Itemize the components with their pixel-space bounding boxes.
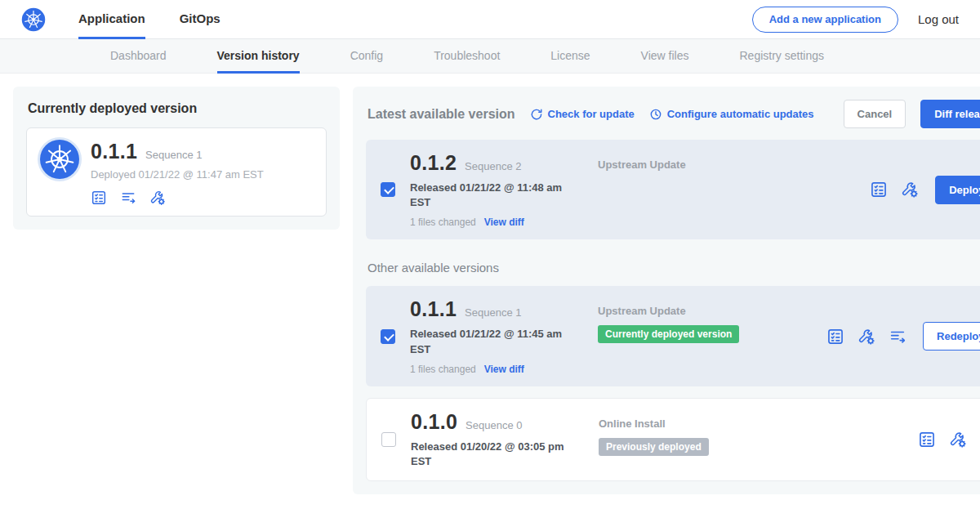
version-source: Online Install Previously deployed	[599, 410, 903, 469]
topnav-right: Add a new application Log out	[752, 7, 959, 33]
configure-automatic-updates-label: Configure automatic updates	[667, 108, 814, 120]
edit-config-icon[interactable]	[858, 328, 875, 346]
logout-link[interactable]: Log out	[918, 12, 959, 26]
top-navbar: Application GitOps Add a new application…	[0, 0, 980, 39]
main-content: Currently deployed version	[0, 74, 980, 507]
sequence-label: Sequence 2	[465, 160, 521, 172]
released-timestamp: Released 01/21/22 @ 11:45 am EST	[410, 327, 573, 356]
clock-icon	[649, 108, 662, 121]
version-number: 0.1.0	[411, 410, 457, 434]
tab-application[interactable]: Application	[78, 0, 145, 39]
latest-version-title: Latest available version	[368, 107, 515, 122]
version-checkbox[interactable]	[381, 432, 396, 447]
updates-header: Latest available version Check for updat…	[366, 100, 980, 128]
deployed-timestamp: Deployed 01/21/22 @ 11:47 am EST	[91, 168, 264, 181]
version-checkbox[interactable]	[381, 182, 395, 197]
app-subnav: Dashboard Version history Config Trouble…	[0, 39, 980, 74]
version-info: 0.1.1 Sequence 1 Released 01/21/22 @ 11:…	[410, 297, 583, 374]
version-actions: Redeploy	[826, 322, 980, 351]
subnav-tab-dashboard[interactable]: Dashboard	[110, 39, 167, 74]
edit-config-icon[interactable]	[149, 190, 166, 206]
topnav-tabs: Application GitOps	[78, 0, 255, 39]
subnav-tab-version-history[interactable]: Version history	[217, 39, 300, 74]
sequence-label: Sequence 1	[465, 306, 521, 319]
subnav-tab-registry-settings[interactable]: Registry settings	[739, 39, 823, 74]
edit-config-icon[interactable]	[901, 181, 919, 199]
subnav-tab-view-files[interactable]: View files	[641, 39, 689, 74]
diff-releases-button[interactable]: Diff releases	[920, 100, 980, 128]
subnav-tab-troubleshoot[interactable]: Troubleshoot	[434, 39, 500, 74]
released-timestamp: Released 01/20/22 @ 03:05 pm EST	[411, 440, 574, 469]
refresh-icon	[530, 108, 543, 121]
diff-icon[interactable]	[120, 190, 136, 206]
view-diff-link[interactable]: View diff	[484, 217, 524, 228]
release-notes-icon[interactable]	[870, 181, 888, 199]
deployed-sequence-label: Sequence 1	[145, 149, 202, 161]
subnav-tab-config[interactable]: Config	[350, 39, 383, 74]
version-card-0-1-2: 0.1.2 Sequence 2 Released 01/21/22 @ 11:…	[366, 140, 980, 239]
version-info: 0.1.0 Sequence 0 Released 01/20/22 @ 03:…	[411, 410, 584, 469]
version-source: Upstream Update	[598, 151, 855, 228]
version-number: 0.1.1	[410, 297, 457, 321]
release-notes-icon[interactable]	[826, 328, 844, 346]
deployed-version-info: 0.1.1 Sequence 1 Deployed 01/21/22 @ 11:…	[91, 140, 264, 206]
app-logo-icon	[40, 140, 79, 179]
diff-icon[interactable]	[889, 328, 906, 346]
currently-deployed-badge: Currently deployed version	[598, 325, 739, 343]
redeploy-button[interactable]: Redeploy	[923, 322, 980, 351]
source-label: Upstream Update	[598, 305, 812, 317]
version-checkbox[interactable]	[381, 329, 395, 344]
check-for-update-link[interactable]: Check for update	[530, 108, 635, 121]
edit-config-icon[interactable]	[949, 431, 967, 449]
files-changed-label: 1 files changed	[410, 217, 476, 228]
version-card-0-1-0: 0.1.0 Sequence 0 Released 01/20/22 @ 03:…	[366, 398, 980, 481]
deployed-panel-title: Currently deployed version	[28, 101, 327, 116]
version-actions	[918, 431, 980, 449]
deployed-version-number: 0.1.1	[91, 140, 137, 163]
cancel-button[interactable]: Cancel	[844, 100, 906, 128]
configure-automatic-updates-link[interactable]: Configure automatic updates	[649, 108, 814, 121]
deploy-button[interactable]: Deploy	[935, 176, 980, 204]
version-source: Upstream Update Currently deployed versi…	[598, 297, 812, 374]
version-info: 0.1.2 Sequence 2 Released 01/21/22 @ 11:…	[410, 151, 583, 228]
sequence-label: Sequence 0	[466, 419, 522, 431]
version-history-panel: Latest available version Check for updat…	[353, 87, 980, 494]
tab-gitops[interactable]: GitOps	[180, 0, 220, 39]
version-number: 0.1.2	[410, 151, 457, 175]
check-for-update-label: Check for update	[548, 108, 635, 120]
release-notes-icon[interactable]	[918, 431, 936, 449]
currently-deployed-panel: Currently deployed version	[13, 87, 340, 230]
previously-deployed-badge: Previously deployed	[599, 438, 709, 456]
source-label: Online Install	[599, 418, 903, 430]
view-diff-link[interactable]: View diff	[484, 364, 524, 375]
release-notes-icon[interactable]	[91, 190, 107, 206]
version-actions: Deploy	[870, 176, 980, 204]
add-new-application-button[interactable]: Add a new application	[752, 7, 898, 33]
deployed-version-card: 0.1.1 Sequence 1 Deployed 01/21/22 @ 11:…	[26, 127, 327, 217]
files-changed-label: 1 files changed	[410, 364, 476, 375]
other-versions-title: Other available versions	[368, 261, 980, 275]
kubernetes-logo-icon	[21, 7, 46, 32]
subnav-tab-license[interactable]: License	[550, 39, 590, 74]
source-label: Upstream Update	[598, 159, 855, 171]
version-card-0-1-1: 0.1.1 Sequence 1 Released 01/21/22 @ 11:…	[366, 286, 980, 386]
deployed-action-icons	[91, 190, 264, 206]
released-timestamp: Released 01/21/22 @ 11:48 am EST	[410, 181, 573, 210]
